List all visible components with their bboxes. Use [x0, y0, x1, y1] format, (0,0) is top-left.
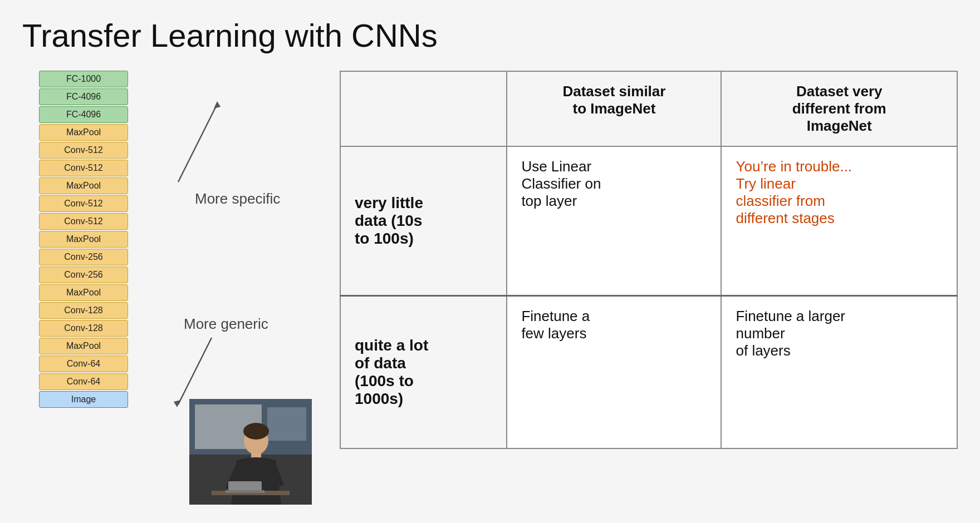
- content-area: FC-1000FC-4096FC-4096MaxPoolConv-512Conv…: [22, 71, 958, 505]
- layer-maxpool: MaxPool: [39, 338, 128, 354]
- layer-maxpool: MaxPool: [39, 284, 128, 301]
- svg-rect-13: [226, 490, 264, 493]
- layer-conv-512: Conv-512: [39, 195, 128, 212]
- layer-maxpool: MaxPool: [39, 177, 128, 194]
- svg-marker-3: [174, 400, 180, 407]
- col-header-similar: Dataset similarto ImageNet: [507, 71, 721, 146]
- comparison-table: Dataset similarto ImageNet Dataset veryd…: [340, 71, 958, 449]
- svg-rect-7: [267, 407, 306, 441]
- layer-conv-256: Conv-256: [39, 249, 128, 265]
- svg-marker-1: [214, 101, 220, 108]
- layer-conv-64: Conv-64: [39, 373, 128, 390]
- cnn-stack: FC-1000FC-4096FC-4096MaxPoolConv-512Conv…: [22, 71, 145, 408]
- table-row-little-data: very littledata (10sto 100s) Use LinearC…: [340, 146, 957, 295]
- layer-conv-512: Conv-512: [39, 160, 128, 176]
- col-header-different: Dataset verydifferent fromImageNet: [721, 71, 957, 146]
- person-svg: [189, 399, 312, 505]
- more-generic-label: More generic: [184, 315, 268, 333]
- middle-area: More specific More generic: [145, 71, 334, 505]
- layer-conv-256: Conv-256: [39, 267, 128, 283]
- layer-fc-4096: FC-4096: [39, 106, 128, 123]
- layer-conv-64: Conv-64: [39, 356, 128, 372]
- layer-fc-1000: FC-1000: [39, 71, 128, 87]
- layer-fc-4096: FC-4096: [39, 88, 128, 105]
- layer-conv-128: Conv-128: [39, 302, 128, 319]
- layer-conv-128: Conv-128: [39, 320, 128, 337]
- more-specific-label: More specific: [195, 190, 280, 208]
- cell-little-different: You’re in trouble...Try linearclassifier…: [721, 146, 957, 295]
- page-title: Transfer Learning with CNNs: [22, 17, 958, 54]
- table-row-lot-data: quite a lotof data(100s to1000s) Finetun…: [340, 295, 957, 448]
- table-container: Dataset similarto ImageNet Dataset veryd…: [340, 71, 958, 449]
- row-header-little-data: very littledata (10sto 100s): [340, 146, 507, 295]
- layer-image: Image: [39, 391, 128, 408]
- layer-conv-512: Conv-512: [39, 213, 128, 230]
- svg-line-0: [178, 104, 217, 182]
- corner-cell: [340, 71, 507, 146]
- layer-maxpool: MaxPool: [39, 231, 128, 248]
- layer-maxpool: MaxPool: [39, 124, 128, 141]
- slide: Transfer Learning with CNNs FC-1000FC-40…: [0, 0, 980, 523]
- video-person: [189, 399, 312, 505]
- video-thumbnail: [189, 399, 312, 505]
- row-header-lot-data: quite a lotof data(100s to1000s): [340, 295, 507, 448]
- svg-line-2: [178, 338, 212, 404]
- svg-point-10: [243, 423, 269, 440]
- cell-lot-similar: Finetune afew layers: [507, 295, 721, 448]
- layer-conv-512: Conv-512: [39, 142, 128, 159]
- cell-lot-different: Finetune a largernumberof layers: [721, 295, 957, 448]
- cell-little-similar: Use LinearClassifier ontop layer: [507, 146, 721, 295]
